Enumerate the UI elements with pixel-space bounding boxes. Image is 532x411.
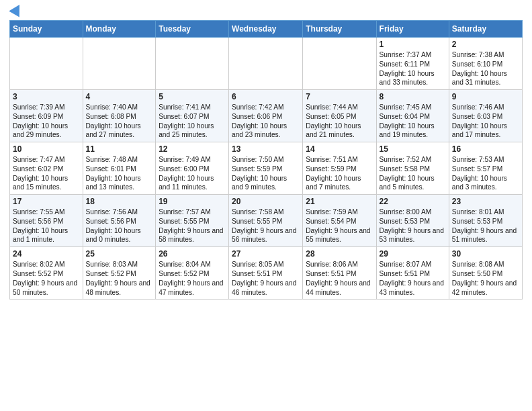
weekday-header-monday: Monday xyxy=(83,21,156,38)
weekday-header-friday: Friday xyxy=(376,21,449,38)
calendar-cell xyxy=(83,38,156,90)
cell-content: Sunrise: 7:41 AMSunset: 6:07 PMDaylight:… xyxy=(159,103,226,140)
cell-content: Sunrise: 7:46 AMSunset: 6:03 PMDaylight:… xyxy=(452,103,519,140)
calendar-cell: 21Sunrise: 7:59 AMSunset: 5:54 PMDayligh… xyxy=(303,195,376,247)
cell-content: Sunrise: 8:04 AMSunset: 5:52 PMDaylight:… xyxy=(159,260,226,297)
calendar: SundayMondayTuesdayWednesdayThursdayFrid… xyxy=(9,20,523,300)
day-number: 29 xyxy=(380,249,446,259)
day-number: 11 xyxy=(86,144,153,154)
calendar-cell: 8Sunrise: 7:45 AMSunset: 6:04 PMDaylight… xyxy=(376,90,449,142)
calendar-cell: 10Sunrise: 7:47 AMSunset: 6:02 PMDayligh… xyxy=(10,142,83,195)
cell-content: Sunrise: 8:00 AMSunset: 5:53 PMDaylight:… xyxy=(380,208,446,244)
cell-content: Sunrise: 8:07 AMSunset: 5:51 PMDaylight:… xyxy=(380,260,446,297)
day-number: 10 xyxy=(13,144,80,154)
cell-content: Sunrise: 7:57 AMSunset: 5:55 PMDaylight:… xyxy=(159,208,226,244)
calendar-cell: 18Sunrise: 7:56 AMSunset: 5:56 PMDayligh… xyxy=(83,195,156,247)
calendar-cell: 4Sunrise: 7:40 AMSunset: 6:08 PMDaylight… xyxy=(83,90,156,142)
day-number: 30 xyxy=(452,249,519,259)
calendar-cell: 26Sunrise: 8:04 AMSunset: 5:52 PMDayligh… xyxy=(156,247,229,300)
cell-content: Sunrise: 7:45 AMSunset: 6:04 PMDaylight:… xyxy=(380,103,446,140)
day-number: 24 xyxy=(13,249,80,259)
day-number: 2 xyxy=(452,40,519,49)
weekday-header-row: SundayMondayTuesdayWednesdayThursdayFrid… xyxy=(10,21,523,38)
calendar-cell: 19Sunrise: 7:57 AMSunset: 5:55 PMDayligh… xyxy=(156,195,229,247)
calendar-cell: 12Sunrise: 7:49 AMSunset: 6:00 PMDayligh… xyxy=(156,142,229,195)
day-number: 17 xyxy=(13,197,80,206)
cell-content: Sunrise: 7:51 AMSunset: 5:59 PMDaylight:… xyxy=(306,155,373,192)
day-number: 12 xyxy=(159,144,226,154)
day-number: 14 xyxy=(306,144,373,154)
day-number: 25 xyxy=(86,249,153,259)
page: SundayMondayTuesdayWednesdayThursdayFrid… xyxy=(0,0,532,411)
calendar-cell: 2Sunrise: 7:38 AMSunset: 6:10 PMDaylight… xyxy=(449,38,522,90)
calendar-cell: 20Sunrise: 7:58 AMSunset: 5:55 PMDayligh… xyxy=(229,195,303,247)
cell-content: Sunrise: 7:44 AMSunset: 6:05 PMDaylight:… xyxy=(306,103,373,140)
day-number: 20 xyxy=(232,197,300,206)
logo-triangle-icon xyxy=(9,2,25,17)
week-row-2: 3Sunrise: 7:39 AMSunset: 6:09 PMDaylight… xyxy=(10,90,523,142)
calendar-cell: 13Sunrise: 7:50 AMSunset: 5:59 PMDayligh… xyxy=(229,142,303,195)
cell-content: Sunrise: 7:58 AMSunset: 5:55 PMDaylight:… xyxy=(232,208,300,244)
cell-content: Sunrise: 8:08 AMSunset: 5:50 PMDaylight:… xyxy=(452,260,519,297)
calendar-cell: 27Sunrise: 8:05 AMSunset: 5:51 PMDayligh… xyxy=(229,247,303,300)
cell-content: Sunrise: 7:37 AMSunset: 6:11 PMDaylight:… xyxy=(380,50,446,87)
day-number: 6 xyxy=(232,92,300,101)
week-row-3: 10Sunrise: 7:47 AMSunset: 6:02 PMDayligh… xyxy=(10,142,523,195)
day-number: 13 xyxy=(232,144,300,154)
calendar-cell xyxy=(10,38,83,90)
calendar-cell: 29Sunrise: 8:07 AMSunset: 5:51 PMDayligh… xyxy=(376,247,449,300)
weekday-header-thursday: Thursday xyxy=(303,21,376,38)
day-number: 27 xyxy=(232,249,300,259)
calendar-cell: 28Sunrise: 8:06 AMSunset: 5:51 PMDayligh… xyxy=(303,247,376,300)
cell-content: Sunrise: 8:02 AMSunset: 5:52 PMDaylight:… xyxy=(13,260,80,297)
header xyxy=(9,7,523,15)
day-number: 22 xyxy=(380,197,446,206)
day-number: 15 xyxy=(380,144,446,154)
week-row-5: 24Sunrise: 8:02 AMSunset: 5:52 PMDayligh… xyxy=(10,247,523,300)
day-number: 28 xyxy=(306,249,373,259)
calendar-cell: 1Sunrise: 7:37 AMSunset: 6:11 PMDaylight… xyxy=(376,38,449,90)
cell-content: Sunrise: 8:05 AMSunset: 5:51 PMDaylight:… xyxy=(232,260,300,297)
calendar-cell: 25Sunrise: 8:03 AMSunset: 5:52 PMDayligh… xyxy=(83,247,156,300)
calendar-cell: 16Sunrise: 7:53 AMSunset: 5:57 PMDayligh… xyxy=(449,142,522,195)
logo-text xyxy=(9,7,23,15)
day-number: 16 xyxy=(452,144,519,154)
logo xyxy=(9,7,23,15)
calendar-cell: 7Sunrise: 7:44 AMSunset: 6:05 PMDaylight… xyxy=(303,90,376,142)
weekday-header-wednesday: Wednesday xyxy=(229,21,303,38)
day-number: 9 xyxy=(452,92,519,101)
week-row-1: 1Sunrise: 7:37 AMSunset: 6:11 PMDaylight… xyxy=(10,38,523,90)
calendar-cell: 30Sunrise: 8:08 AMSunset: 5:50 PMDayligh… xyxy=(449,247,522,300)
day-number: 23 xyxy=(452,197,519,206)
calendar-cell: 5Sunrise: 7:41 AMSunset: 6:07 PMDaylight… xyxy=(156,90,229,142)
day-number: 7 xyxy=(306,92,373,101)
calendar-cell: 3Sunrise: 7:39 AMSunset: 6:09 PMDaylight… xyxy=(10,90,83,142)
weekday-header-tuesday: Tuesday xyxy=(156,21,229,38)
cell-content: Sunrise: 7:55 AMSunset: 5:56 PMDaylight:… xyxy=(13,208,80,244)
day-number: 4 xyxy=(86,92,153,101)
calendar-cell: 22Sunrise: 8:00 AMSunset: 5:53 PMDayligh… xyxy=(376,195,449,247)
cell-content: Sunrise: 7:56 AMSunset: 5:56 PMDaylight:… xyxy=(86,208,153,244)
cell-content: Sunrise: 7:48 AMSunset: 6:01 PMDaylight:… xyxy=(86,155,153,192)
calendar-cell xyxy=(229,38,303,90)
calendar-cell: 9Sunrise: 7:46 AMSunset: 6:03 PMDaylight… xyxy=(449,90,522,142)
cell-content: Sunrise: 7:50 AMSunset: 5:59 PMDaylight:… xyxy=(232,155,300,192)
calendar-cell xyxy=(156,38,229,90)
day-number: 3 xyxy=(13,92,80,101)
calendar-cell: 24Sunrise: 8:02 AMSunset: 5:52 PMDayligh… xyxy=(10,247,83,300)
cell-content: Sunrise: 7:52 AMSunset: 5:58 PMDaylight:… xyxy=(380,155,446,192)
cell-content: Sunrise: 8:06 AMSunset: 5:51 PMDaylight:… xyxy=(306,260,373,297)
cell-content: Sunrise: 7:38 AMSunset: 6:10 PMDaylight:… xyxy=(452,50,519,87)
calendar-cell xyxy=(303,38,376,90)
day-number: 18 xyxy=(86,197,153,206)
weekday-header-saturday: Saturday xyxy=(449,21,522,38)
weekday-header-sunday: Sunday xyxy=(10,21,83,38)
calendar-cell: 6Sunrise: 7:42 AMSunset: 6:06 PMDaylight… xyxy=(229,90,303,142)
week-row-4: 17Sunrise: 7:55 AMSunset: 5:56 PMDayligh… xyxy=(10,195,523,247)
day-number: 5 xyxy=(159,92,226,101)
cell-content: Sunrise: 8:03 AMSunset: 5:52 PMDaylight:… xyxy=(86,260,153,297)
cell-content: Sunrise: 7:39 AMSunset: 6:09 PMDaylight:… xyxy=(13,103,80,140)
calendar-cell: 23Sunrise: 8:01 AMSunset: 5:53 PMDayligh… xyxy=(449,195,522,247)
day-number: 21 xyxy=(306,197,373,206)
cell-content: Sunrise: 7:40 AMSunset: 6:08 PMDaylight:… xyxy=(86,103,153,140)
